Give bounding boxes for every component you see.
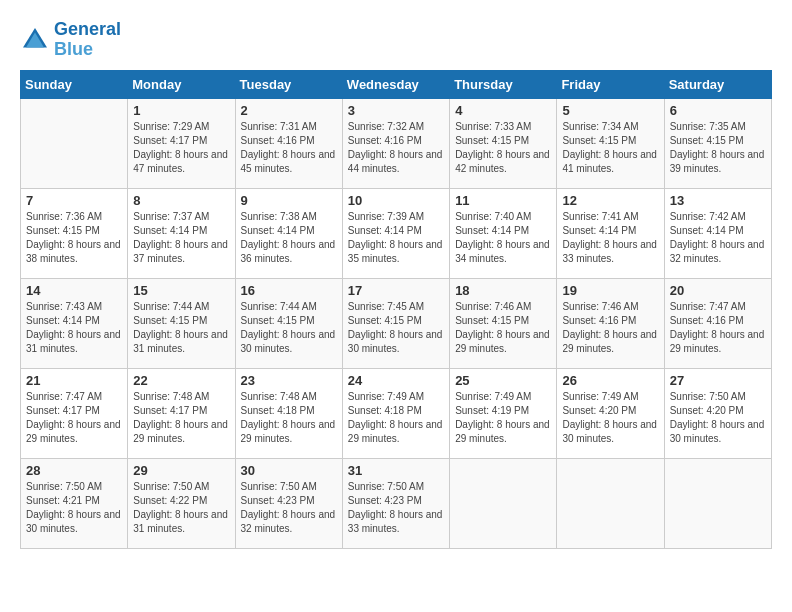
calendar-cell: 1Sunrise: 7:29 AMSunset: 4:17 PMDaylight…: [128, 98, 235, 188]
day-number: 14: [26, 283, 122, 298]
day-number: 24: [348, 373, 444, 388]
calendar-cell: 25Sunrise: 7:49 AMSunset: 4:19 PMDayligh…: [450, 368, 557, 458]
logo-text: GeneralBlue: [54, 20, 121, 60]
day-info: Sunrise: 7:32 AMSunset: 4:16 PMDaylight:…: [348, 120, 444, 176]
day-number: 25: [455, 373, 551, 388]
weekday-header: Saturday: [664, 70, 771, 98]
calendar-week-row: 1Sunrise: 7:29 AMSunset: 4:17 PMDaylight…: [21, 98, 772, 188]
calendar-cell: 15Sunrise: 7:44 AMSunset: 4:15 PMDayligh…: [128, 278, 235, 368]
day-info: Sunrise: 7:33 AMSunset: 4:15 PMDaylight:…: [455, 120, 551, 176]
day-info: Sunrise: 7:43 AMSunset: 4:14 PMDaylight:…: [26, 300, 122, 356]
day-info: Sunrise: 7:50 AMSunset: 4:23 PMDaylight:…: [348, 480, 444, 536]
calendar-cell: 14Sunrise: 7:43 AMSunset: 4:14 PMDayligh…: [21, 278, 128, 368]
day-info: Sunrise: 7:44 AMSunset: 4:15 PMDaylight:…: [133, 300, 229, 356]
day-number: 30: [241, 463, 337, 478]
day-number: 11: [455, 193, 551, 208]
calendar-cell: 6Sunrise: 7:35 AMSunset: 4:15 PMDaylight…: [664, 98, 771, 188]
calendar-cell: 4Sunrise: 7:33 AMSunset: 4:15 PMDaylight…: [450, 98, 557, 188]
calendar-cell: 31Sunrise: 7:50 AMSunset: 4:23 PMDayligh…: [342, 458, 449, 548]
calendar-cell: [450, 458, 557, 548]
calendar-cell: [557, 458, 664, 548]
calendar-cell: 24Sunrise: 7:49 AMSunset: 4:18 PMDayligh…: [342, 368, 449, 458]
calendar-cell: 16Sunrise: 7:44 AMSunset: 4:15 PMDayligh…: [235, 278, 342, 368]
day-number: 7: [26, 193, 122, 208]
calendar-cell: 10Sunrise: 7:39 AMSunset: 4:14 PMDayligh…: [342, 188, 449, 278]
calendar-cell: 23Sunrise: 7:48 AMSunset: 4:18 PMDayligh…: [235, 368, 342, 458]
day-info: Sunrise: 7:35 AMSunset: 4:15 PMDaylight:…: [670, 120, 766, 176]
day-number: 9: [241, 193, 337, 208]
calendar-cell: 17Sunrise: 7:45 AMSunset: 4:15 PMDayligh…: [342, 278, 449, 368]
weekday-header: Tuesday: [235, 70, 342, 98]
calendar-cell: 20Sunrise: 7:47 AMSunset: 4:16 PMDayligh…: [664, 278, 771, 368]
day-info: Sunrise: 7:48 AMSunset: 4:18 PMDaylight:…: [241, 390, 337, 446]
weekday-header: Friday: [557, 70, 664, 98]
calendar-cell: 13Sunrise: 7:42 AMSunset: 4:14 PMDayligh…: [664, 188, 771, 278]
calendar-cell: 19Sunrise: 7:46 AMSunset: 4:16 PMDayligh…: [557, 278, 664, 368]
day-info: Sunrise: 7:38 AMSunset: 4:14 PMDaylight:…: [241, 210, 337, 266]
weekday-header: Monday: [128, 70, 235, 98]
calendar-week-row: 21Sunrise: 7:47 AMSunset: 4:17 PMDayligh…: [21, 368, 772, 458]
day-info: Sunrise: 7:36 AMSunset: 4:15 PMDaylight:…: [26, 210, 122, 266]
day-info: Sunrise: 7:49 AMSunset: 4:19 PMDaylight:…: [455, 390, 551, 446]
weekday-header: Wednesday: [342, 70, 449, 98]
day-number: 4: [455, 103, 551, 118]
day-number: 22: [133, 373, 229, 388]
day-number: 2: [241, 103, 337, 118]
weekday-header-row: SundayMondayTuesdayWednesdayThursdayFrid…: [21, 70, 772, 98]
calendar-cell: 22Sunrise: 7:48 AMSunset: 4:17 PMDayligh…: [128, 368, 235, 458]
day-number: 18: [455, 283, 551, 298]
day-info: Sunrise: 7:49 AMSunset: 4:18 PMDaylight:…: [348, 390, 444, 446]
calendar-cell: 2Sunrise: 7:31 AMSunset: 4:16 PMDaylight…: [235, 98, 342, 188]
logo-icon: [20, 25, 50, 55]
day-number: 10: [348, 193, 444, 208]
calendar-cell: 7Sunrise: 7:36 AMSunset: 4:15 PMDaylight…: [21, 188, 128, 278]
day-info: Sunrise: 7:47 AMSunset: 4:16 PMDaylight:…: [670, 300, 766, 356]
calendar-cell: 21Sunrise: 7:47 AMSunset: 4:17 PMDayligh…: [21, 368, 128, 458]
day-number: 8: [133, 193, 229, 208]
day-number: 23: [241, 373, 337, 388]
weekday-header: Thursday: [450, 70, 557, 98]
calendar-week-row: 28Sunrise: 7:50 AMSunset: 4:21 PMDayligh…: [21, 458, 772, 548]
day-info: Sunrise: 7:31 AMSunset: 4:16 PMDaylight:…: [241, 120, 337, 176]
day-info: Sunrise: 7:50 AMSunset: 4:20 PMDaylight:…: [670, 390, 766, 446]
day-info: Sunrise: 7:46 AMSunset: 4:15 PMDaylight:…: [455, 300, 551, 356]
calendar-cell: 30Sunrise: 7:50 AMSunset: 4:23 PMDayligh…: [235, 458, 342, 548]
day-number: 20: [670, 283, 766, 298]
day-info: Sunrise: 7:50 AMSunset: 4:22 PMDaylight:…: [133, 480, 229, 536]
logo: GeneralBlue: [20, 20, 121, 60]
calendar-cell: [21, 98, 128, 188]
day-info: Sunrise: 7:29 AMSunset: 4:17 PMDaylight:…: [133, 120, 229, 176]
calendar-table: SundayMondayTuesdayWednesdayThursdayFrid…: [20, 70, 772, 549]
day-number: 17: [348, 283, 444, 298]
day-info: Sunrise: 7:39 AMSunset: 4:14 PMDaylight:…: [348, 210, 444, 266]
day-number: 21: [26, 373, 122, 388]
day-number: 29: [133, 463, 229, 478]
day-number: 28: [26, 463, 122, 478]
day-number: 26: [562, 373, 658, 388]
day-number: 12: [562, 193, 658, 208]
calendar-cell: [664, 458, 771, 548]
page-header: GeneralBlue: [20, 20, 772, 60]
calendar-cell: 3Sunrise: 7:32 AMSunset: 4:16 PMDaylight…: [342, 98, 449, 188]
day-number: 5: [562, 103, 658, 118]
day-info: Sunrise: 7:47 AMSunset: 4:17 PMDaylight:…: [26, 390, 122, 446]
day-info: Sunrise: 7:34 AMSunset: 4:15 PMDaylight:…: [562, 120, 658, 176]
day-number: 1: [133, 103, 229, 118]
day-number: 6: [670, 103, 766, 118]
day-info: Sunrise: 7:37 AMSunset: 4:14 PMDaylight:…: [133, 210, 229, 266]
day-number: 27: [670, 373, 766, 388]
calendar-cell: 26Sunrise: 7:49 AMSunset: 4:20 PMDayligh…: [557, 368, 664, 458]
calendar-cell: 5Sunrise: 7:34 AMSunset: 4:15 PMDaylight…: [557, 98, 664, 188]
day-number: 3: [348, 103, 444, 118]
day-info: Sunrise: 7:48 AMSunset: 4:17 PMDaylight:…: [133, 390, 229, 446]
calendar-cell: 9Sunrise: 7:38 AMSunset: 4:14 PMDaylight…: [235, 188, 342, 278]
day-info: Sunrise: 7:50 AMSunset: 4:23 PMDaylight:…: [241, 480, 337, 536]
calendar-cell: 8Sunrise: 7:37 AMSunset: 4:14 PMDaylight…: [128, 188, 235, 278]
day-number: 16: [241, 283, 337, 298]
day-info: Sunrise: 7:42 AMSunset: 4:14 PMDaylight:…: [670, 210, 766, 266]
calendar-cell: 29Sunrise: 7:50 AMSunset: 4:22 PMDayligh…: [128, 458, 235, 548]
day-info: Sunrise: 7:41 AMSunset: 4:14 PMDaylight:…: [562, 210, 658, 266]
calendar-cell: 18Sunrise: 7:46 AMSunset: 4:15 PMDayligh…: [450, 278, 557, 368]
weekday-header: Sunday: [21, 70, 128, 98]
day-info: Sunrise: 7:45 AMSunset: 4:15 PMDaylight:…: [348, 300, 444, 356]
